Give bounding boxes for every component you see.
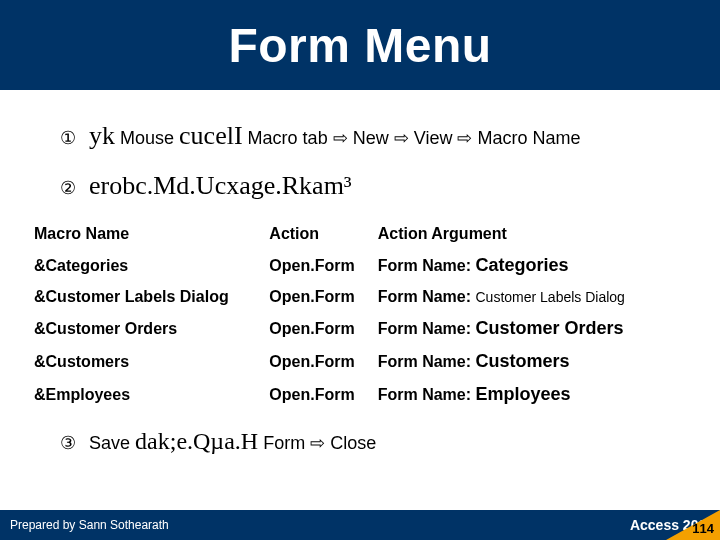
step1-word3: cucelI — [179, 121, 243, 150]
cell-macro-name: &Categories — [30, 249, 265, 282]
arrow-icon: ⇨ — [457, 128, 472, 148]
step3-word1: Save — [89, 433, 130, 453]
step1-word7: Macro Name — [477, 128, 580, 148]
arrow-icon: ⇨ — [394, 128, 409, 148]
cell-macro-name: &Customer Orders — [30, 312, 265, 345]
step3-word3: Form — [263, 433, 305, 453]
col-action-argument: Action Argument — [374, 219, 670, 249]
cell-action-argument: Form Name: Employees — [374, 378, 670, 411]
arg-value: Categories — [475, 255, 568, 275]
page-corner: 114 — [666, 510, 720, 540]
step-1: ① yk Mouse cucelI Macro tab ⇨ New ⇨ View… — [60, 118, 690, 154]
cell-action-argument: Form Name: Customer Labels Dialog — [374, 282, 670, 312]
table-row: &Customer OrdersOpen.FormForm Name: Cust… — [30, 312, 670, 345]
arg-label: Form Name: — [378, 386, 476, 403]
arg-label: Form Name: — [378, 288, 476, 305]
step1-word6: View — [414, 128, 453, 148]
cell-action-argument: Form Name: Customer Orders — [374, 312, 670, 345]
bullet-1-icon: ① — [60, 126, 84, 151]
arg-value: Employees — [475, 384, 570, 404]
content-area: ① yk Mouse cucelI Macro tab ⇨ New ⇨ View… — [0, 90, 720, 458]
bullet-2-icon: ② — [60, 176, 84, 201]
table-header-row: Macro Name Action Action Argument — [30, 219, 670, 249]
arrow-icon: ⇨ — [310, 433, 325, 453]
table-row: &Customer Labels DialogOpen.FormForm Nam… — [30, 282, 670, 312]
arg-value: Customers — [475, 351, 569, 371]
macro-table: Macro Name Action Action Argument &Categ… — [30, 219, 670, 411]
cell-action: Open.Form — [265, 312, 373, 345]
step3-word2: dak;e.Qµa.H — [135, 428, 258, 454]
step-2: ② erobc.Md.Ucxage.Rkam³ — [60, 168, 690, 204]
title-band: Form Menu — [0, 0, 720, 90]
step1-word1: yk — [89, 121, 115, 150]
page-number: 114 — [692, 521, 714, 536]
step1-word4: Macro tab — [248, 128, 328, 148]
arg-value: Customer Labels Dialog — [475, 289, 624, 305]
footer-bar: Prepared by Sann Sothearath Access 2003 … — [0, 510, 720, 540]
cell-action-argument: Form Name: Customers — [374, 345, 670, 378]
arg-label: Form Name: — [378, 320, 476, 337]
cell-action: Open.Form — [265, 345, 373, 378]
step1-word5: New — [353, 128, 389, 148]
table-row: &EmployeesOpen.FormForm Name: Employees — [30, 378, 670, 411]
col-macro-name: Macro Name — [30, 219, 265, 249]
arrow-icon: ⇨ — [333, 128, 348, 148]
cell-action: Open.Form — [265, 249, 373, 282]
step3-word4: Close — [330, 433, 376, 453]
arg-label: Form Name: — [378, 353, 476, 370]
col-action: Action — [265, 219, 373, 249]
page-title: Form Menu — [228, 18, 491, 73]
cell-action: Open.Form — [265, 282, 373, 312]
cell-macro-name: &Customer Labels Dialog — [30, 282, 265, 312]
step2-text: erobc.Md.Ucxage.Rkam³ — [89, 171, 352, 200]
step-3: ③ Save dak;e.Qµa.H Form ⇨ Close — [60, 425, 690, 459]
bullet-3-icon: ③ — [60, 431, 84, 456]
table-row: &CustomersOpen.FormForm Name: Customers — [30, 345, 670, 378]
slide: Form Menu ① yk Mouse cucelI Macro tab ⇨ … — [0, 0, 720, 540]
cell-macro-name: &Customers — [30, 345, 265, 378]
cell-macro-name: &Employees — [30, 378, 265, 411]
table-row: &CategoriesOpen.FormForm Name: Categorie… — [30, 249, 670, 282]
cell-action: Open.Form — [265, 378, 373, 411]
prepared-by: Prepared by Sann Sothearath — [0, 518, 630, 532]
arg-label: Form Name: — [378, 257, 476, 274]
arg-value: Customer Orders — [475, 318, 623, 338]
step1-word2: Mouse — [120, 128, 174, 148]
cell-action-argument: Form Name: Categories — [374, 249, 670, 282]
